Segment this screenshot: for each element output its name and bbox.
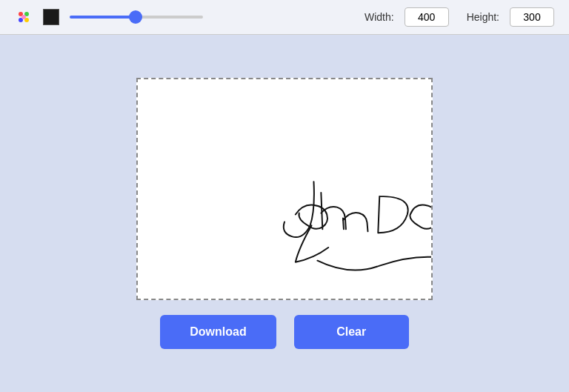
brush-size-slider[interactable]	[70, 16, 203, 19]
signature-svg	[138, 79, 431, 299]
canvas-area: Download Clear	[0, 35, 569, 392]
buttons-row: Download Clear	[160, 315, 408, 349]
signature-canvas[interactable]	[136, 78, 433, 300]
brush-color-box[interactable]	[43, 9, 59, 25]
svg-point-4	[21, 15, 26, 19]
width-input[interactable]	[405, 7, 449, 27]
download-button[interactable]: Download	[160, 315, 276, 349]
width-label: Width:	[365, 11, 394, 23]
height-label: Height:	[467, 11, 499, 23]
height-input[interactable]	[510, 7, 554, 27]
brush-size-slider-container	[70, 16, 347, 19]
color-picker-icon[interactable]	[15, 8, 33, 26]
clear-button[interactable]: Clear	[294, 315, 409, 349]
toolbar: Width: Height:	[0, 0, 569, 35]
